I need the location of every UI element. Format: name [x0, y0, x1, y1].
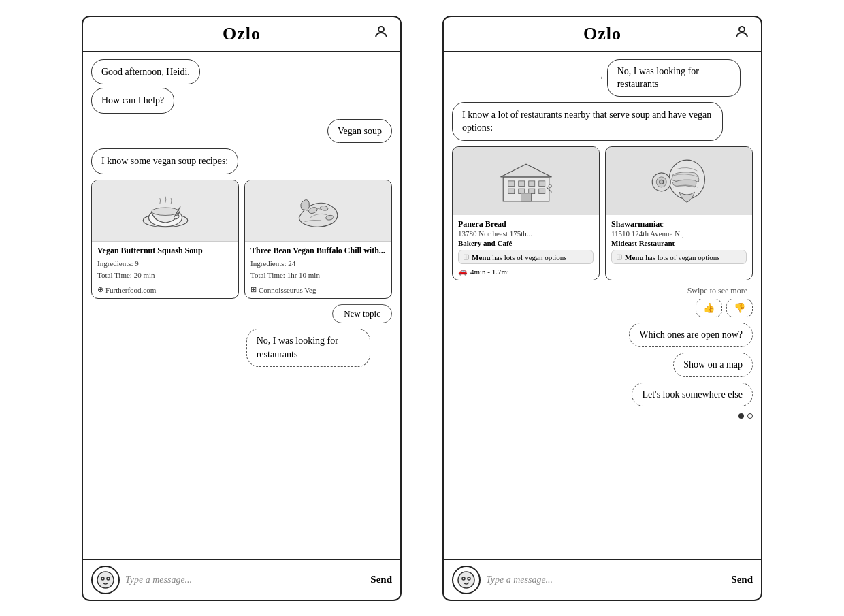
recipe-card-2-ingredients: Ingredients: 24 [250, 258, 386, 270]
svg-point-0 [378, 27, 384, 32]
svg-rect-21 [538, 189, 545, 195]
recipe-card-2-source: ⊞ Connoisseurus Veg [250, 282, 386, 294]
suggestion-2-row: Show on a map [452, 353, 753, 377]
svg-point-12 [739, 27, 745, 32]
shawarmaniac-image [606, 147, 752, 215]
panera-name: Panera Bread [458, 219, 594, 230]
user-dashed-row: No, I was looking for restaurants [91, 329, 392, 366]
phone-1-profile-icon[interactable] [373, 24, 389, 44]
svg-point-9 [97, 572, 114, 588]
svg-point-29 [458, 572, 474, 588]
swipe-feedback-section: Swipe to see more 👍 👎 [452, 286, 753, 317]
feedback-row: 👍 👎 [696, 299, 753, 317]
phone-2-profile-icon[interactable] [734, 24, 750, 44]
restaurant-card-shawarmaniac[interactable]: Shawarmaniac 11510 124th Avenue N., Mide… [605, 146, 753, 281]
recipe-card-1-title: Vegan Butternut Squash Soup [97, 246, 233, 257]
recipe-card-1-source: ⊕ Furtherfood.com [97, 282, 233, 294]
page-container: Ozlo Good afternoon, Heidi. How can I he… [0, 0, 844, 616]
phone-1: Ozlo Good afternoon, Heidi. How can I he… [82, 16, 402, 601]
phone-2-avatar [452, 566, 481, 594]
globe-icon: ⊕ [97, 285, 103, 294]
new-topic-row: New topic [91, 304, 392, 323]
restaurant-card-panera[interactable]: Panera Bread 13780 Northeast 175th... Ba… [452, 146, 600, 281]
new-topic-button[interactable]: New topic [332, 304, 392, 323]
user-bubble-top[interactable]: No, I was looking for restaurants [607, 59, 741, 97]
bot-bubble-greeting: Good afternoon, Heidi. [91, 59, 200, 85]
message-input-2[interactable]: Type a message... [486, 574, 726, 585]
grid-icon: ⊞ [250, 285, 257, 294]
svg-point-24 [549, 185, 552, 189]
bot-msg-row-2: I know some vegan soup recipes: [91, 148, 392, 174]
phone-2-footer: Type a message... Send [444, 559, 761, 600]
user-bubble-restaurants[interactable]: No, I was looking for restaurants [246, 329, 370, 366]
shawarmaniac-type: Mideast Restaurant [611, 239, 747, 247]
svg-rect-15 [518, 181, 524, 187]
bot-msg-restaurants-row: I know a lot of restaurants nearby that … [452, 102, 753, 141]
shawarmaniac-addr: 11510 124th Avenue N., [611, 229, 747, 238]
user-msg-row-1: Vegan soup [91, 119, 392, 144]
svg-rect-17 [538, 181, 545, 187]
phone-2-body: → No, I was looking for restaurants I kn… [444, 52, 761, 559]
phone-2: Ozlo → No, I was looking for restaurants… [442, 16, 762, 601]
panera-type: Bakery and Café [458, 239, 594, 247]
car-icon-panera: 🚗 [458, 267, 468, 276]
bot-msg-row-1: Good afternoon, Heidi. How can I help? [91, 59, 392, 114]
recipe-card-1-time: Total Time: 20 min [97, 270, 233, 281]
recipe-card-2[interactable]: Three Bean Vegan Buffalo Chill with... I… [244, 180, 392, 299]
user-bubble-vegan-soup[interactable]: Vegan soup [327, 119, 392, 144]
phone-1-footer: Type a message... Send [83, 559, 400, 600]
recipe-cards-row: Vegan Butternut Squash Soup Ingredients:… [91, 180, 392, 299]
suggestion-open-now[interactable]: Which ones are open now? [629, 323, 753, 347]
suggestion-somewhere-else[interactable]: Let's look somewhere else [632, 383, 753, 407]
send-button-1[interactable]: Send [370, 574, 392, 585]
thumbs-down-button[interactable]: 👎 [726, 299, 753, 317]
panera-addr: 13780 Northeast 175th... [458, 229, 594, 238]
recipe-card-1[interactable]: Vegan Butternut Squash Soup Ingredients:… [91, 180, 239, 299]
recipe-card-1-ingredients: Ingredients: 9 [97, 258, 233, 270]
dot-active [738, 413, 744, 419]
suggestion-3-row: Let's look somewhere else [452, 383, 753, 407]
recipe-card-2-body: Three Bean Vegan Buffalo Chill with... I… [245, 242, 391, 299]
thumbs-up-button[interactable]: 👍 [696, 299, 722, 317]
svg-rect-16 [528, 181, 534, 187]
panera-distance: 🚗 4min - 1.7mi [458, 267, 594, 276]
panera-image [453, 147, 599, 215]
shawarmaniac-name: Shawarmaniac [611, 219, 747, 230]
menu-icon-shawarmaniac: ⊞ [616, 253, 622, 261]
panera-body: Panera Bread 13780 Northeast 175th... Ba… [453, 215, 599, 280]
svg-rect-18 [508, 189, 514, 195]
bot-bubble-restaurants: I know a lot of restaurants nearby that … [452, 102, 723, 141]
send-button-2[interactable]: Send [731, 574, 753, 585]
svg-rect-14 [508, 181, 514, 187]
panera-menu-badge: ⊞ Menu has lots of vegan options [458, 250, 594, 264]
svg-point-28 [659, 180, 663, 184]
bot-bubble-recipes: I know some vegan soup recipes: [91, 148, 238, 174]
menu-icon-panera: ⊞ [463, 253, 469, 261]
recipe-card-1-image [92, 180, 238, 242]
recipe-card-1-body: Vegan Butternut Squash Soup Ingredients:… [92, 242, 238, 299]
phone-2-header: Ozlo [444, 17, 761, 52]
swipe-text: Swipe to see more [687, 286, 747, 296]
message-input-1[interactable]: Type a message... [125, 574, 365, 585]
recipe-card-2-time: Total Time: 1hr 10 min [250, 270, 386, 281]
restaurant-cards-row: Panera Bread 13780 Northeast 175th... Ba… [452, 146, 753, 281]
user-msg-top-row: → No, I was looking for restaurants [452, 59, 753, 97]
phone-1-body: Good afternoon, Heidi. How can I help? V… [83, 52, 400, 559]
phone-1-avatar [91, 566, 120, 594]
phone-1-header: Ozlo [83, 17, 400, 52]
suggestion-show-map[interactable]: Show on a map [673, 353, 753, 377]
shawarmaniac-body: Shawarmaniac 11510 124th Avenue N., Mide… [606, 215, 752, 272]
phone-1-title: Ozlo [223, 24, 261, 44]
shawarmaniac-menu-badge: ⊞ Menu has lots of vegan options [611, 250, 747, 264]
svg-point-3 [151, 208, 179, 215]
phone-2-title: Ozlo [583, 24, 621, 44]
recipe-card-2-image [245, 180, 391, 242]
pagination-dots [738, 413, 753, 419]
suggestion-1-row: Which ones are open now? [452, 323, 753, 347]
arrow-connector: → [596, 72, 604, 83]
recipe-card-2-title: Three Bean Vegan Buffalo Chill with... [250, 246, 386, 257]
dot-inactive [747, 413, 753, 419]
svg-rect-22 [521, 193, 531, 201]
bot-bubble-help: How can I help? [91, 88, 174, 114]
